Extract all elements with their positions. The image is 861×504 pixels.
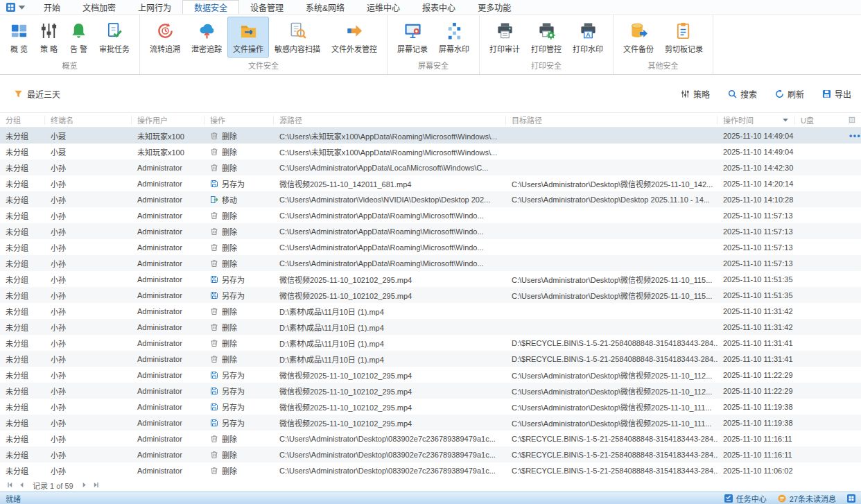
cell-operation: 另存为: [205, 385, 274, 397]
toolbar-action-search[interactable]: 搜索: [728, 88, 757, 100]
column-header[interactable]: 分组: [0, 116, 45, 125]
table-row[interactable]: 未分组小孙Administrator删除C:\Users\Administrat…: [0, 446, 861, 462]
cell-operation-user: Administrator: [132, 339, 205, 347]
ribbon-item-outgoing-control[interactable]: 文件外发管控: [326, 17, 383, 58]
cell-operation-time: 2025-11-10 11:57:13: [718, 227, 795, 236]
cell-operation-user: Administrator: [132, 275, 205, 284]
cell-source-path: D:\素材\成品\11月10日 (1).mp4: [274, 338, 506, 349]
table-row[interactable]: 未分组小孙Administrator另存为微信视频2025-11-10_1021…: [0, 367, 861, 383]
cell-group: 未分组: [0, 465, 45, 476]
cell-group: 未分组: [0, 417, 45, 428]
table-row[interactable]: 未分组小孙Administrator删除C:\Users\Administrat…: [0, 207, 861, 223]
column-header[interactable]: 操作: [205, 116, 274, 125]
ribbon-item-label: 泄密追踪: [191, 43, 222, 54]
table-row[interactable]: 未分组小孙Administrator删除D:\素材\成品\11月10日 (1).…: [0, 319, 861, 335]
menu-tab[interactable]: 运维中心: [356, 0, 411, 14]
cell-source-path: C:\Users\Administrator\AppData\Roaming\M…: [274, 243, 506, 252]
column-header[interactable]: 源路径: [274, 116, 506, 125]
cell-group: 未分组: [0, 258, 45, 269]
task-center-button[interactable]: 任务中心: [724, 493, 767, 504]
ribbon-item-clipboard-record[interactable]: 剪切板记录: [659, 17, 708, 58]
table-row[interactable]: 未分组小孙Administrator删除D:\素材\成品\11月10日 (1).…: [0, 303, 861, 319]
table-row[interactable]: 未分组小聂未知玩家x100删除C:\Users\未知玩家x100\AppData…: [0, 128, 861, 144]
menu-tab[interactable]: 报表中心: [411, 0, 467, 14]
file-backup-icon: [629, 21, 648, 40]
table-row[interactable]: 未分组小孙Administrator另存为微信视频2025-11-10_1021…: [0, 287, 861, 303]
table-row[interactable]: 未分组小孙Administrator另存为微信视频2025-11-10_1021…: [0, 271, 861, 287]
ribbon-item-alert-bell[interactable]: 告 警: [64, 17, 94, 58]
ribbon-item-file-backup[interactable]: 文件备份: [618, 17, 659, 58]
ribbon-item-screen-watermark[interactable]: 屏幕水印: [433, 17, 475, 58]
cell-source-path: C:\Users\Administrator\AppData\Local\Mic…: [274, 164, 506, 172]
time-filter-caret-icon[interactable]: [782, 116, 789, 123]
unread-messages-button[interactable]: 27条未读消息: [778, 493, 836, 504]
row-actions-button[interactable]: •••: [849, 131, 861, 141]
table-row[interactable]: 未分组小孙Administrator另存为微信视频2025-11-10_1420…: [0, 175, 861, 191]
cell-operation: 另存为: [205, 370, 274, 381]
ribbon-item-overview-grid[interactable]: 概 览: [4, 17, 34, 58]
ribbon-item-leak-cloud[interactable]: 泄密追踪: [186, 17, 227, 58]
cell-operation-user: Administrator: [132, 403, 205, 411]
status-ready-label: 就绪: [6, 493, 21, 504]
records-table: 分组终端名操作用户操作源路径目标路径操作时间U盘 未分组小聂未知玩家x100删除…: [0, 112, 861, 478]
table-row[interactable]: 未分组小孙Administrator另存为微信视频2025-11-10_1021…: [0, 399, 861, 415]
date-filter-chip[interactable]: 最近三天: [10, 85, 64, 103]
ribbon-item-file-folder[interactable]: 文件操作: [227, 17, 269, 58]
ribbon-item-print-watermark[interactable]: A打印水印: [567, 17, 609, 58]
table-row[interactable]: 未分组小聂未知玩家x100删除C:\Users\未知玩家x100\AppData…: [0, 144, 861, 159]
ribbon-group: 打印审计打印管控A打印水印打印安全: [480, 15, 614, 74]
column-settings-button[interactable]: [849, 116, 861, 125]
table-row[interactable]: 未分组小孙Administrator删除C:\Users\Administrat…: [0, 462, 861, 478]
trash-icon: [210, 355, 218, 363]
table-row[interactable]: 未分组小孙Administrator删除D:\素材\成品\11月10日 (1).…: [0, 351, 861, 367]
ribbon-item-approval-doc[interactable]: 审批任务: [94, 17, 135, 58]
ribbon-item-scan-doc[interactable]: 敏感内容扫描: [269, 17, 326, 58]
ribbon-item-screen-record[interactable]: 屏幕记录: [392, 17, 433, 58]
menu-tab[interactable]: 数据安全: [182, 0, 239, 14]
pagination-bar: 记录 1 of 59: [0, 478, 861, 492]
statusbar-right: 任务中心 27条未读消息: [724, 493, 855, 504]
column-header[interactable]: 操作用户: [132, 116, 205, 125]
cell-operation-user: Administrator: [132, 467, 205, 475]
cell-operation-time: 2025-11-10 11:51:35: [718, 275, 795, 284]
cell-operation-user: Administrator: [132, 451, 205, 459]
pager-last-icon[interactable]: [93, 482, 99, 488]
column-header[interactable]: 终端名: [45, 116, 132, 125]
task-center-icon: [724, 494, 733, 503]
pager-first-icon[interactable]: [7, 482, 13, 488]
menu-tab[interactable]: 文档加密: [71, 0, 127, 14]
cell-group: 未分组: [0, 194, 45, 205]
toolbar-action-refresh[interactable]: 刷新: [775, 88, 804, 100]
toolbar-action-policy-sliders[interactable]: 策略: [681, 88, 710, 100]
menu-tab[interactable]: 更多功能: [467, 0, 522, 14]
menu-tab[interactable]: 系统&网络: [295, 0, 356, 14]
cell-operation-time: 2025-11-10 11:22:29: [718, 387, 795, 395]
table-row[interactable]: 未分组小孙Administrator删除C:\Users\Administrat…: [0, 239, 861, 255]
ribbon-item-trace-sync[interactable]: 流转追溯: [144, 17, 186, 58]
table-row[interactable]: 未分组小孙Administrator删除C:\Users\Administrat…: [0, 159, 861, 175]
menu-tab[interactable]: 上网行为: [127, 0, 182, 14]
table-row[interactable]: 未分组小孙Administrator删除C:\Users\Administrat…: [0, 255, 861, 271]
ribbon-item-policy-sliders[interactable]: 策 略: [34, 17, 64, 58]
table-row[interactable]: 未分组小孙Administrator删除C:\Users\Administrat…: [0, 223, 861, 239]
column-header[interactable]: 操作时间: [718, 116, 795, 125]
table-row[interactable]: 未分组小孙Administrator删除D:\素材\成品\11月10日 (1).…: [0, 335, 861, 351]
column-header[interactable]: U盘: [795, 116, 849, 125]
menu-tab[interactable]: 开始: [33, 0, 71, 14]
toolbar-action-export[interactable]: 导出: [822, 88, 851, 100]
ribbon-item-print-control[interactable]: 打印管控: [525, 17, 567, 58]
table-row[interactable]: 未分组小孙Administrator移动C:\Users\Administrat…: [0, 191, 861, 207]
table-row[interactable]: 未分组小孙Administrator删除C:\Users\Administrat…: [0, 431, 861, 446]
cell-group: 未分组: [0, 146, 45, 157]
table-row[interactable]: 未分组小孙Administrator另存为微信视频2025-11-10_1021…: [0, 383, 861, 399]
app-menu-button[interactable]: [0, 0, 33, 14]
ribbon-item-print-audit[interactable]: 打印审计: [484, 17, 525, 58]
toolbar-actions: 策略搜索刷新导出: [681, 88, 851, 100]
column-header[interactable]: 目标路径: [506, 116, 718, 125]
cell-operation-time: 2025-11-10 11:57:13: [718, 259, 795, 268]
statusbar-grid-icon[interactable]: [847, 494, 855, 503]
menu-tab[interactable]: 设备管理: [239, 0, 295, 14]
pager-next-icon[interactable]: [81, 482, 87, 488]
table-row[interactable]: 未分组小孙Administrator另存为微信视频2025-11-10_1021…: [0, 415, 861, 431]
pager-prev-icon[interactable]: [19, 482, 25, 488]
